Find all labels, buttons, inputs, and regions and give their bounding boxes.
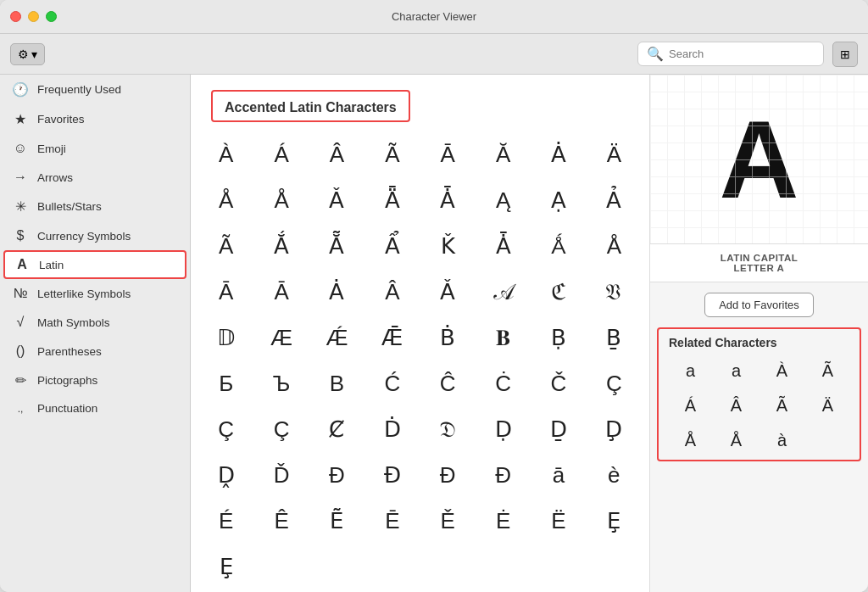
sidebar-item-latin[interactable]: A Latin <box>3 250 186 279</box>
character-cell[interactable]: Ǩ <box>421 224 475 268</box>
sidebar-item-letterlike-symbols[interactable]: № Letterlike Symbols <box>0 279 190 308</box>
character-cell[interactable]: Ċ <box>476 361 530 405</box>
character-cell[interactable]: Ď <box>254 453 308 497</box>
character-cell[interactable]: ℭ <box>531 270 585 314</box>
sidebar-item-pictographs[interactable]: ✏ Pictographs <box>0 366 190 395</box>
character-cell[interactable]: Ḓ <box>199 453 253 497</box>
character-cell[interactable]: Å <box>199 178 253 222</box>
related-character-cell[interactable]: Â <box>715 389 758 422</box>
add-to-favorites-button[interactable]: Add to Favorites <box>704 293 814 317</box>
character-cell[interactable]: Ḅ <box>531 316 585 360</box>
character-cell[interactable]: Ǽ <box>310 316 364 360</box>
character-cell[interactable]: Æ <box>254 316 308 360</box>
related-character-cell[interactable]: Å <box>669 424 712 456</box>
character-cell[interactable]: Ȩ <box>199 545 253 589</box>
grid-view-button[interactable]: ⊞ <box>832 42 858 67</box>
character-cell[interactable]: Ç <box>254 407 308 451</box>
character-cell[interactable]: Ă <box>476 132 530 176</box>
character-cell[interactable]: Ć <box>365 361 419 405</box>
character-cell[interactable]: Ǎ <box>310 178 364 222</box>
related-character-cell[interactable]: Ã <box>806 355 849 387</box>
related-character-cell[interactable]: Å <box>715 424 758 456</box>
related-character-cell[interactable]: Ä <box>806 389 849 422</box>
character-cell[interactable]: Ắ <box>254 224 308 268</box>
character-cell[interactable]: Ạ <box>531 178 585 222</box>
character-cell[interactable]: Ъ <box>254 361 308 405</box>
sidebar-item-bullets-stars[interactable]: ✳ Bullets/Stars <box>0 192 190 221</box>
character-cell[interactable]: Ȧ <box>531 132 585 176</box>
related-character-cell[interactable]: à <box>760 424 804 456</box>
search-input[interactable] <box>669 47 804 60</box>
character-cell[interactable]: Ē <box>365 499 419 543</box>
close-button[interactable] <box>10 11 21 22</box>
character-cell[interactable]: Â <box>310 132 364 176</box>
character-cell[interactable]: Â <box>365 270 419 314</box>
character-cell[interactable]: Ḋ <box>365 407 419 451</box>
character-cell[interactable]: Ė <box>476 499 530 543</box>
character-cell[interactable]: Ą <box>476 178 530 222</box>
character-cell[interactable]: 𝔻 <box>199 316 253 360</box>
character-cell[interactable]: Ç <box>587 361 641 405</box>
character-cell[interactable]: 𝐁 <box>476 316 530 360</box>
related-character-cell[interactable]: Ã <box>760 389 804 422</box>
character-cell[interactable]: À <box>199 132 253 176</box>
sidebar-item-emoji[interactable]: ☺ Emoji <box>0 134 190 163</box>
character-cell[interactable]: 𝒜 <box>476 270 530 314</box>
character-cell[interactable]: Ȼ <box>310 407 364 451</box>
character-cell[interactable]: Ǡ <box>476 224 530 268</box>
character-cell[interactable]: Ç <box>199 407 253 451</box>
related-character-cell[interactable]: a <box>669 355 712 387</box>
character-cell[interactable]: Ĉ <box>421 361 475 405</box>
character-cell[interactable]: Ǣ <box>365 316 419 360</box>
sidebar-item-favorites[interactable]: ★ Favorites <box>0 104 190 134</box>
character-cell[interactable]: Ã <box>365 132 419 176</box>
related-character-cell[interactable]: À <box>760 355 804 387</box>
character-cell[interactable]: Å <box>254 178 308 222</box>
character-cell[interactable]: Ã <box>199 224 253 268</box>
character-cell[interactable]: В <box>310 361 364 405</box>
related-character-cell[interactable]: a <box>715 355 758 387</box>
character-cell[interactable]: Ẵ <box>310 224 364 268</box>
character-cell[interactable]: É <box>199 499 253 543</box>
character-cell[interactable]: Ả <box>587 178 641 222</box>
character-cell[interactable]: è <box>587 453 641 497</box>
sidebar-item-math-symbols[interactable]: √ Math Symbols <box>0 308 190 337</box>
character-cell[interactable]: Ā <box>254 270 308 314</box>
character-cell[interactable]: Ȩ <box>587 499 641 543</box>
character-cell[interactable]: Ȧ <box>310 270 364 314</box>
character-cell[interactable]: Ǟ <box>365 178 419 222</box>
sidebar-item-punctuation[interactable]: ., Punctuation <box>0 395 190 422</box>
minimize-button[interactable] <box>28 11 39 22</box>
character-cell[interactable]: 𝔇 <box>421 407 475 451</box>
sidebar-item-currency-symbols[interactable]: $ Currency Symbols <box>0 221 190 250</box>
related-character-cell[interactable]: Á <box>669 389 712 422</box>
character-cell[interactable]: Ě <box>421 499 475 543</box>
character-cell[interactable]: Đ <box>310 453 364 497</box>
character-cell[interactable]: Ḏ <box>531 407 585 451</box>
character-cell[interactable]: Ḃ <box>421 316 475 360</box>
character-cell[interactable]: Ǡ <box>421 178 475 222</box>
character-cell[interactable]: Ḍ <box>476 407 530 451</box>
character-cell[interactable]: Б <box>199 361 253 405</box>
sidebar-item-arrows[interactable]: → Arrows <box>0 163 190 192</box>
character-cell[interactable]: Ā <box>199 270 253 314</box>
character-cell[interactable]: Ð <box>476 453 530 497</box>
character-cell[interactable]: Ë <box>531 499 585 543</box>
character-cell[interactable]: 𝔙 <box>587 270 641 314</box>
character-cell[interactable]: Ð <box>421 453 475 497</box>
character-cell[interactable]: Ā <box>421 132 475 176</box>
character-cell[interactable]: ā <box>531 453 585 497</box>
sidebar-item-parentheses[interactable]: () Parentheses <box>0 337 190 366</box>
character-cell[interactable]: Ǻ <box>531 224 585 268</box>
gear-button[interactable]: ⚙ ▾ <box>10 43 45 65</box>
character-cell[interactable]: Č <box>531 361 585 405</box>
character-cell[interactable]: Ê <box>254 499 308 543</box>
character-cell[interactable]: Å <box>587 224 641 268</box>
character-cell[interactable]: Ɖ <box>365 453 419 497</box>
maximize-button[interactable] <box>46 11 57 22</box>
character-cell[interactable]: Ä <box>587 132 641 176</box>
character-cell[interactable]: Ḑ <box>587 407 641 451</box>
character-cell[interactable]: Ẩ <box>365 224 419 268</box>
character-cell[interactable]: Ẽ <box>310 499 364 543</box>
character-cell[interactable]: Á <box>254 132 308 176</box>
